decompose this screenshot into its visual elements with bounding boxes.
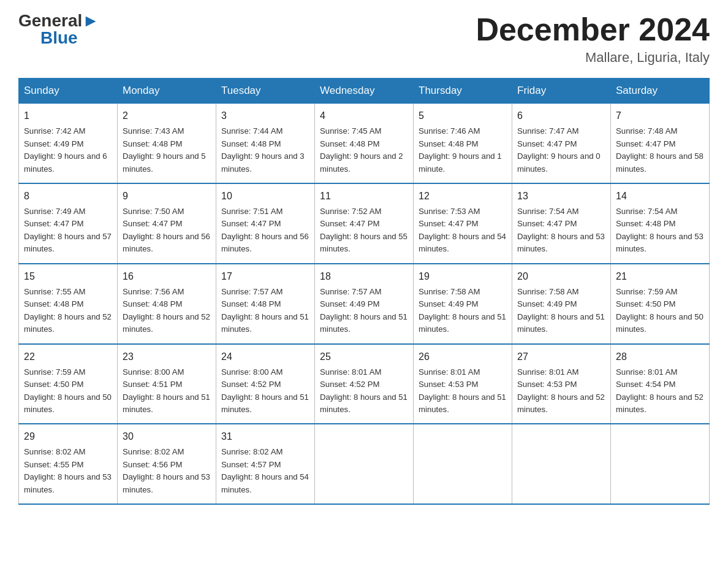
day-info: Sunrise: 7:47 AMSunset: 4:47 PMDaylight:…	[517, 125, 605, 175]
logo: General► Blue	[18, 12, 99, 47]
day-number: 6	[517, 109, 605, 123]
page-header: General► Blue December 2024 Mallare, Lig…	[18, 12, 710, 66]
col-header-wednesday: Wednesday	[315, 79, 414, 104]
day-number: 12	[419, 189, 507, 204]
calendar-cell: 21Sunrise: 7:59 AMSunset: 4:50 PMDayligh…	[611, 264, 710, 344]
day-number: 2	[123, 109, 211, 123]
calendar-cell: 17Sunrise: 7:57 AMSunset: 4:48 PMDayligh…	[216, 264, 315, 344]
col-header-sunday: Sunday	[19, 79, 118, 104]
calendar-cell: 2Sunrise: 7:43 AMSunset: 4:48 PMDaylight…	[118, 104, 216, 183]
logo-blue-text: Blue	[40, 29, 78, 47]
day-number: 1	[24, 109, 112, 123]
calendar-cell: 30Sunrise: 8:02 AMSunset: 4:56 PMDayligh…	[118, 424, 216, 504]
calendar-cell: 15Sunrise: 7:55 AMSunset: 4:48 PMDayligh…	[19, 264, 118, 344]
day-info: Sunrise: 7:59 AMSunset: 4:50 PMDaylight:…	[616, 286, 704, 336]
calendar-cell: 23Sunrise: 8:00 AMSunset: 4:51 PMDayligh…	[118, 344, 216, 424]
day-info: Sunrise: 7:43 AMSunset: 4:48 PMDaylight:…	[123, 125, 211, 175]
calendar-week-row: 22Sunrise: 7:59 AMSunset: 4:50 PMDayligh…	[19, 344, 710, 424]
day-info: Sunrise: 7:59 AMSunset: 4:50 PMDaylight:…	[24, 366, 112, 416]
calendar-week-row: 8Sunrise: 7:49 AMSunset: 4:47 PMDaylight…	[19, 183, 710, 264]
day-info: Sunrise: 7:56 AMSunset: 4:48 PMDaylight:…	[123, 286, 211, 336]
day-number: 31	[221, 429, 309, 444]
calendar-week-row: 29Sunrise: 8:02 AMSunset: 4:55 PMDayligh…	[19, 424, 710, 504]
day-number: 15	[24, 269, 112, 284]
day-info: Sunrise: 7:55 AMSunset: 4:48 PMDaylight:…	[24, 286, 112, 336]
calendar-cell: 12Sunrise: 7:53 AMSunset: 4:47 PMDayligh…	[414, 183, 512, 264]
day-info: Sunrise: 7:54 AMSunset: 4:47 PMDaylight:…	[517, 205, 605, 256]
day-number: 17	[221, 269, 309, 284]
day-number: 20	[517, 269, 605, 284]
day-number: 10	[221, 189, 309, 204]
col-header-saturday: Saturday	[611, 79, 710, 104]
calendar-cell: 5Sunrise: 7:46 AMSunset: 4:48 PMDaylight…	[414, 104, 512, 183]
day-info: Sunrise: 7:57 AMSunset: 4:49 PMDaylight:…	[320, 286, 408, 336]
day-info: Sunrise: 7:49 AMSunset: 4:47 PMDaylight:…	[24, 205, 112, 256]
calendar-cell	[512, 424, 611, 504]
day-info: Sunrise: 7:58 AMSunset: 4:49 PMDaylight:…	[419, 286, 507, 336]
day-info: Sunrise: 8:01 AMSunset: 4:53 PMDaylight:…	[517, 366, 605, 416]
calendar-table: SundayMondayTuesdayWednesdayThursdayFrid…	[18, 78, 710, 505]
day-info: Sunrise: 7:44 AMSunset: 4:48 PMDaylight:…	[221, 125, 309, 175]
day-number: 30	[123, 429, 211, 444]
calendar-cell: 9Sunrise: 7:50 AMSunset: 4:47 PMDaylight…	[118, 183, 216, 264]
calendar-cell: 11Sunrise: 7:52 AMSunset: 4:47 PMDayligh…	[315, 183, 414, 264]
calendar-cell	[315, 424, 414, 504]
day-info: Sunrise: 7:57 AMSunset: 4:48 PMDaylight:…	[221, 286, 309, 336]
col-header-tuesday: Tuesday	[216, 79, 315, 104]
calendar-cell: 29Sunrise: 8:02 AMSunset: 4:55 PMDayligh…	[19, 424, 118, 504]
day-number: 28	[616, 350, 704, 364]
calendar-cell: 20Sunrise: 7:58 AMSunset: 4:49 PMDayligh…	[512, 264, 611, 344]
calendar-cell: 31Sunrise: 8:02 AMSunset: 4:57 PMDayligh…	[216, 424, 315, 504]
calendar-cell: 22Sunrise: 7:59 AMSunset: 4:50 PMDayligh…	[19, 344, 118, 424]
calendar-cell: 24Sunrise: 8:00 AMSunset: 4:52 PMDayligh…	[216, 344, 315, 424]
location-title: Mallare, Liguria, Italy	[476, 50, 710, 66]
calendar-cell	[611, 424, 710, 504]
day-number: 22	[24, 350, 112, 364]
day-number: 16	[123, 269, 211, 284]
day-info: Sunrise: 8:01 AMSunset: 4:53 PMDaylight:…	[419, 366, 507, 416]
calendar-cell: 4Sunrise: 7:45 AMSunset: 4:48 PMDaylight…	[315, 104, 414, 183]
calendar-cell: 10Sunrise: 7:51 AMSunset: 4:47 PMDayligh…	[216, 183, 315, 264]
day-info: Sunrise: 8:02 AMSunset: 4:56 PMDaylight:…	[123, 446, 211, 496]
day-number: 21	[616, 269, 704, 284]
day-number: 14	[616, 189, 704, 204]
day-number: 18	[320, 269, 408, 284]
calendar-cell: 28Sunrise: 8:01 AMSunset: 4:54 PMDayligh…	[611, 344, 710, 424]
day-info: Sunrise: 7:52 AMSunset: 4:47 PMDaylight:…	[320, 205, 408, 256]
day-number: 3	[221, 109, 309, 123]
calendar-cell: 3Sunrise: 7:44 AMSunset: 4:48 PMDaylight…	[216, 104, 315, 183]
day-number: 25	[320, 350, 408, 364]
day-info: Sunrise: 7:54 AMSunset: 4:48 PMDaylight:…	[616, 205, 704, 256]
calendar-cell: 13Sunrise: 7:54 AMSunset: 4:47 PMDayligh…	[512, 183, 611, 264]
calendar-cell: 25Sunrise: 8:01 AMSunset: 4:52 PMDayligh…	[315, 344, 414, 424]
day-number: 7	[616, 109, 704, 123]
day-info: Sunrise: 7:53 AMSunset: 4:47 PMDaylight:…	[419, 205, 507, 256]
calendar-header-row: SundayMondayTuesdayWednesdayThursdayFrid…	[19, 79, 710, 104]
day-info: Sunrise: 7:58 AMSunset: 4:49 PMDaylight:…	[517, 286, 605, 336]
calendar-cell: 14Sunrise: 7:54 AMSunset: 4:48 PMDayligh…	[611, 183, 710, 264]
calendar-cell: 26Sunrise: 8:01 AMSunset: 4:53 PMDayligh…	[414, 344, 512, 424]
day-number: 13	[517, 189, 605, 204]
day-number: 23	[123, 350, 211, 364]
day-info: Sunrise: 8:01 AMSunset: 4:54 PMDaylight:…	[616, 366, 704, 416]
day-info: Sunrise: 7:45 AMSunset: 4:48 PMDaylight:…	[320, 125, 408, 175]
day-info: Sunrise: 8:02 AMSunset: 4:55 PMDaylight:…	[24, 446, 112, 496]
calendar-cell: 8Sunrise: 7:49 AMSunset: 4:47 PMDaylight…	[19, 183, 118, 264]
day-info: Sunrise: 7:42 AMSunset: 4:49 PMDaylight:…	[24, 125, 112, 175]
calendar-cell: 1Sunrise: 7:42 AMSunset: 4:49 PMDaylight…	[19, 104, 118, 183]
day-info: Sunrise: 8:00 AMSunset: 4:51 PMDaylight:…	[123, 366, 211, 416]
day-info: Sunrise: 7:46 AMSunset: 4:48 PMDaylight:…	[419, 125, 507, 175]
month-title: December 2024	[476, 12, 710, 47]
calendar-cell	[414, 424, 512, 504]
day-number: 5	[419, 109, 507, 123]
day-info: Sunrise: 8:00 AMSunset: 4:52 PMDaylight:…	[221, 366, 309, 416]
day-info: Sunrise: 8:02 AMSunset: 4:57 PMDaylight:…	[221, 446, 309, 496]
calendar-cell: 19Sunrise: 7:58 AMSunset: 4:49 PMDayligh…	[414, 264, 512, 344]
day-number: 11	[320, 189, 408, 204]
col-header-monday: Monday	[118, 79, 216, 104]
day-info: Sunrise: 7:50 AMSunset: 4:47 PMDaylight:…	[123, 205, 211, 256]
day-info: Sunrise: 8:01 AMSunset: 4:52 PMDaylight:…	[320, 366, 408, 416]
day-info: Sunrise: 7:51 AMSunset: 4:47 PMDaylight:…	[221, 205, 309, 256]
day-number: 29	[24, 429, 112, 444]
logo-general-text: General►	[18, 12, 99, 29]
